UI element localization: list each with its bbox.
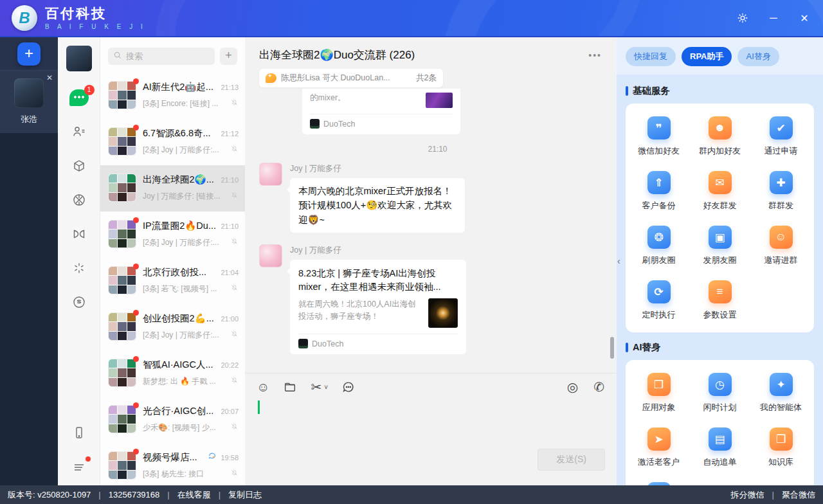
- service-item[interactable]: ☻ 群内加好友: [689, 116, 750, 157]
- message-list[interactable]: 的mixer。 DuoTech 21:10 Joy | 万能多仔 本周六晚的北京…: [245, 87, 616, 373]
- nav-channels-icon[interactable]: [71, 226, 87, 242]
- service-item[interactable]: ➤ 激活老客户: [628, 428, 689, 468]
- profile-avatar[interactable]: [66, 46, 92, 71]
- chat-list-item[interactable]: IP流量圈2🔥Du... 21:10 [2条] Joy | 万能多仔:...: [100, 212, 245, 258]
- card-thumbnail: [426, 93, 453, 108]
- chat-list-item[interactable]: 北京行政创投... 21:04 [3条] 若飞: [视频号] ...: [100, 258, 245, 304]
- chat-preview: [3条] 杨先生: 接口: [143, 469, 230, 480]
- unread-dot: [133, 78, 139, 84]
- chat-list-item[interactable]: 出海全球圈2🌍... 21:10 Joy | 万能多仔: [链接...: [100, 165, 245, 212]
- minimize-button[interactable]: ─: [766, 11, 781, 25]
- panel-tab[interactable]: 快捷回复: [626, 47, 676, 66]
- service-icon: ?: [647, 482, 671, 485]
- file-folder-icon[interactable]: [283, 380, 297, 394]
- chat-list-item[interactable]: 创业创投圈2💪... 21:00 [2条] Joy | 万能多仔:...: [100, 304, 245, 350]
- collapse-panel-icon[interactable]: ‹: [617, 256, 620, 266]
- split-wechat-link[interactable]: 拆分微信: [731, 489, 764, 501]
- pinned-text: 陈思彤Lisa 哥大 DuoDuoLan...: [281, 73, 412, 84]
- link-card[interactable]: 8.23北京 | 狮子座专场AI出海创投mixer，在这里相遇未来商业领袖...…: [290, 260, 466, 354]
- card-thumbnail: [428, 298, 458, 328]
- service-item[interactable]: ◷ 闲时计划: [689, 373, 750, 413]
- chat-time: 21:04: [221, 269, 239, 276]
- chat-title: 出海全球圈2🌍...: [143, 174, 217, 186]
- screenshot-scissors-icon[interactable]: ✂ ˅: [311, 381, 328, 393]
- chat-title: AI新生代2🤖起...: [143, 81, 217, 93]
- nav-moments-icon[interactable]: [71, 192, 87, 208]
- add-chat-button[interactable]: +: [220, 48, 237, 65]
- chat-list-item[interactable]: 智狐AI·AIGC人... 20:22 新梦想: 出 🔥 手戳 ...: [100, 350, 245, 397]
- message-bubble[interactable]: 本周六晚的北京mixer正式开放报名！预计规模100人+🧐欢迎大家，尤其欢迎🦁~: [290, 178, 465, 233]
- service-item[interactable]: ❒ 应用对象: [628, 373, 689, 413]
- nav-spark-icon[interactable]: [71, 260, 87, 276]
- service-item[interactable]: ✔ 通过申请: [750, 116, 811, 157]
- version-label: 版本号: v250820-1097: [8, 489, 91, 501]
- text-cursor: [258, 401, 260, 414]
- service-item[interactable]: ▤ 自动追单: [689, 428, 750, 468]
- service-item[interactable]: ≡ 参数设置: [689, 280, 750, 321]
- unread-badge: 1: [84, 85, 95, 95]
- add-account-button[interactable]: +: [17, 42, 41, 66]
- scrollbar-thumb[interactable]: [610, 337, 614, 359]
- chat-time: 21:13: [221, 84, 239, 91]
- service-item[interactable]: ❂ 刷朋友圈: [628, 226, 689, 266]
- service-item[interactable]: ? 问答库: [628, 482, 689, 485]
- account-close-icon[interactable]: ✕: [46, 73, 53, 82]
- nav-contacts-icon[interactable]: [71, 123, 87, 140]
- service-item[interactable]: ⇑ 客户备份: [628, 171, 689, 212]
- chat-time: 20:07: [221, 408, 239, 415]
- chat-list-item[interactable]: 6.7智源&6.8奇... 21:12 [2条] Joy | 万能多仔:...: [100, 119, 245, 165]
- chat-list-item[interactable]: AI新生代2🤖起... 21:13 [3条] Encore: [链接] ...: [100, 73, 245, 119]
- online-support-link[interactable]: 在线客服: [177, 489, 211, 501]
- service-item[interactable]: ☺ 邀请进群: [750, 226, 811, 266]
- sender-avatar[interactable]: [259, 244, 282, 267]
- nav-workbench-icon[interactable]: [71, 158, 87, 174]
- service-label: 定时执行: [642, 309, 676, 321]
- chat-list-item[interactable]: 视频号爆店... 19:58 [3条] 杨先生: 接口: [100, 443, 245, 485]
- search-box[interactable]: [108, 48, 215, 65]
- service-item[interactable]: ✚ 群群发: [750, 171, 811, 212]
- service-label: 客户备份: [642, 200, 676, 212]
- group-avatar: [108, 174, 136, 202]
- service-item[interactable]: ✉ 好友群发: [689, 171, 750, 212]
- link-card-partial[interactable]: 的mixer。 DuoTech: [302, 89, 460, 134]
- pinned-announcement[interactable]: 陈思彤Lisa 哥大 DuoDuoLan... 共2条: [259, 69, 443, 87]
- chat-list-item[interactable]: 光合行·AIGC创... 20:07 少禾🎨: [视频号] 少...: [100, 397, 245, 443]
- copy-log-link[interactable]: 复制日志: [228, 489, 262, 501]
- unread-dot: [133, 310, 139, 316]
- chevron-down-icon[interactable]: ˅: [324, 384, 328, 391]
- nav-link-icon[interactable]: [71, 294, 87, 310]
- service-item[interactable]: ⟳ 定时执行: [628, 280, 689, 321]
- chat-history-icon[interactable]: [341, 380, 356, 394]
- more-options-icon[interactable]: •••: [588, 50, 602, 60]
- app-logo: B 百付科技 B A I F U K E J I: [12, 5, 146, 31]
- panel-tab[interactable]: AI替身: [737, 47, 779, 66]
- nav-phone-icon[interactable]: [71, 424, 87, 441]
- service-item[interactable]: ▣ 发朋友圈: [689, 226, 750, 266]
- section-title: AI替身: [633, 341, 661, 354]
- service-item[interactable]: ❐ 知识库: [750, 428, 811, 468]
- merge-wechat-link[interactable]: 聚合微信: [782, 489, 815, 501]
- service-label: 闲时计划: [703, 402, 737, 413]
- emoji-icon[interactable]: ☺: [257, 381, 269, 393]
- record-icon[interactable]: ◎: [567, 381, 578, 393]
- service-label: 邀请进群: [764, 255, 798, 266]
- send-button[interactable]: 发送(S): [538, 449, 605, 471]
- service-item[interactable]: ❞ 微信加好友: [628, 116, 689, 157]
- close-button[interactable]: ✕: [797, 11, 811, 25]
- account-tile[interactable]: ✕ 张浩: [0, 71, 58, 133]
- service-label: 发朋友圈: [703, 255, 737, 266]
- service-item[interactable]: ✦ 我的智能体: [750, 373, 811, 413]
- panel-tab[interactable]: RPA助手: [682, 47, 732, 66]
- account-sidebar: + ✕ 张浩: [0, 37, 58, 485]
- message-row: Joy | 万能多仔 本周六晚的北京mixer正式开放报名！预计规模100人+🧐…: [259, 163, 616, 233]
- service-icon: ▤: [709, 428, 732, 451]
- chat-preview: [2条] Joy | 万能多仔:...: [143, 237, 230, 248]
- search-input[interactable]: [126, 51, 210, 61]
- nav-chats-icon[interactable]: 1: [69, 89, 89, 106]
- sender-avatar[interactable]: [259, 163, 282, 186]
- video-call-icon[interactable]: ✆: [593, 381, 604, 393]
- unread-dot: [133, 356, 139, 362]
- settings-gear-icon[interactable]: [736, 11, 750, 25]
- nav-menu-icon[interactable]: [71, 458, 87, 475]
- service-label: 参数设置: [703, 309, 737, 321]
